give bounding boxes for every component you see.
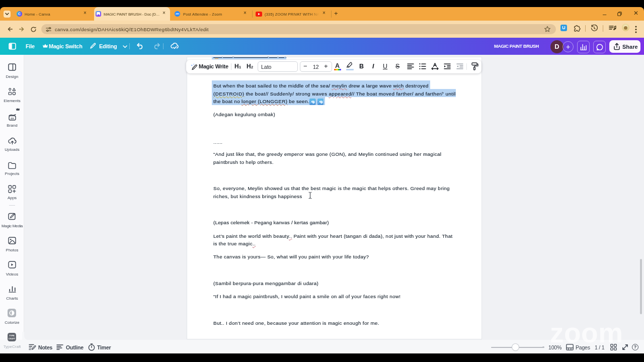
svg-text:co: co: [11, 117, 14, 120]
